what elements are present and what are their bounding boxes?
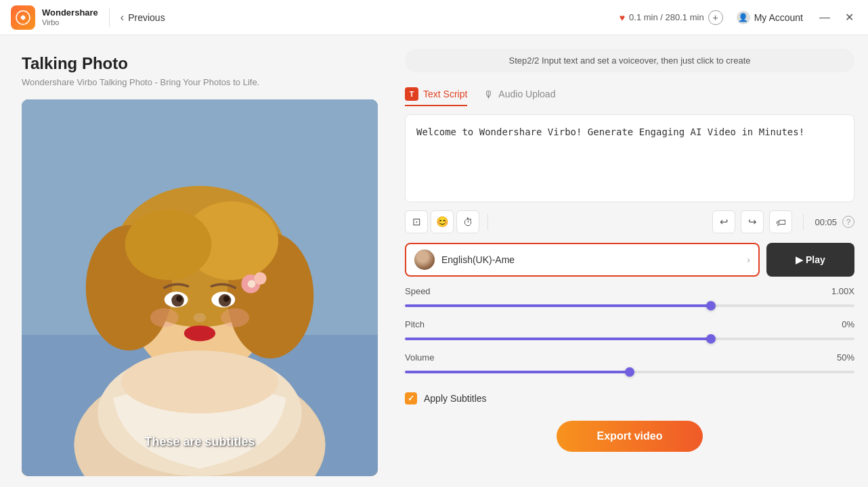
previous-label: Previous — [128, 12, 165, 23]
toolbar-separator — [487, 214, 488, 230]
speed-thumb[interactable] — [706, 301, 716, 310]
redo-button[interactable]: ↪ — [741, 210, 764, 233]
apply-subtitles-checkbox[interactable]: ✓ — [405, 392, 417, 404]
previous-button[interactable]: ‹ Previous — [121, 11, 165, 24]
apply-subtitles-label: Apply Subtitles — [424, 393, 487, 404]
titlebar-divider — [109, 8, 110, 27]
text-script-icon: T — [405, 87, 418, 101]
volume-slider[interactable] — [405, 367, 854, 377]
pitch-slider[interactable] — [405, 333, 854, 344]
svg-point-25 — [248, 280, 256, 288]
svg-point-22 — [221, 308, 249, 327]
tab-text-script-label: Text Script — [423, 89, 467, 99]
heart-icon: ♥ — [620, 12, 625, 23]
tab-audio-upload-label: Audio Upload — [498, 89, 555, 99]
svg-point-18 — [223, 296, 230, 302]
step-hint: Step2/2 Input text and set a voiceover, … — [405, 49, 854, 72]
chevron-left-icon: ‹ — [121, 11, 124, 24]
credits-text: 0.1 min / 280.1 min — [629, 12, 704, 22]
undo-button[interactable]: ↩ — [712, 210, 735, 233]
app-logo-icon — [11, 5, 35, 30]
help-icon[interactable]: ? — [842, 216, 854, 228]
speed-value: 1.00X — [831, 286, 854, 296]
page-title: Talking Photo — [22, 54, 378, 73]
brand-name: Wondershare — [42, 7, 98, 18]
tab-bar: T Text Script 🎙 Audio Upload — [405, 83, 854, 106]
speed-label: Speed — [405, 286, 431, 296]
apply-subtitles-row: ✓ Apply Subtitles — [405, 387, 854, 410]
checkmark-icon: ✓ — [408, 394, 414, 403]
chevron-right-icon: › — [747, 254, 750, 265]
pitch-slider-row: Pitch 0% — [405, 319, 854, 344]
svg-point-26 — [121, 350, 278, 413]
right-panel: Step2/2 Input text and set a voiceover, … — [399, 35, 868, 487]
pitch-value: 0% — [842, 319, 854, 329]
svg-point-19 — [194, 313, 207, 323]
voice-play-row: English(UK)-Ame › ▶ Play — [405, 243, 854, 277]
speed-slider[interactable] — [405, 300, 854, 311]
main-content: Talking Photo Wondershare Virbo Talking … — [0, 35, 868, 487]
pitch-header: Pitch 0% — [405, 319, 854, 329]
photo-background — [22, 99, 378, 476]
voice-avatar — [414, 250, 435, 270]
account-label: My Account — [754, 12, 803, 23]
svg-point-17 — [176, 296, 182, 302]
pitch-label: Pitch — [405, 319, 425, 329]
toolbar-separator-2 — [803, 214, 804, 230]
export-area: Export video — [405, 410, 854, 452]
volume-fill — [405, 371, 630, 373]
credits-area: ♥ 0.1 min / 280.1 min + — [620, 10, 723, 25]
account-icon: 👤 — [737, 11, 750, 24]
text-format-button[interactable]: ⊡ — [405, 210, 428, 233]
voice-avatar-image — [414, 250, 435, 270]
speed-slider-row: Speed 1.00X — [405, 286, 854, 311]
slider-section: Speed 1.00X Pitch 0% — [405, 286, 854, 377]
volume-label: Volume — [405, 352, 434, 363]
editor-toolbar: ⊡ 😊 ⏱ ↩ ↪ 🏷 00:05 ? — [405, 210, 854, 233]
tab-text-script[interactable]: T Text Script — [405, 83, 467, 106]
svg-point-24 — [254, 272, 267, 285]
speed-fill — [405, 304, 711, 307]
product-name: Virbo — [42, 18, 98, 27]
account-button[interactable]: 👤 My Account — [737, 11, 803, 24]
svg-point-21 — [150, 308, 179, 327]
clear-button[interactable]: 🏷 — [769, 210, 792, 233]
voice-name: English(UK)-Ame — [441, 254, 740, 265]
minimize-button[interactable]: — — [817, 9, 833, 26]
speed-header: Speed 1.00X — [405, 286, 854, 296]
close-button[interactable]: ✕ — [841, 9, 857, 26]
volume-value: 50% — [837, 352, 854, 363]
emoji-button[interactable]: 😊 — [431, 210, 454, 233]
microphone-icon: 🎙 — [483, 89, 494, 100]
voice-selector[interactable]: English(UK)-Ame › — [405, 243, 760, 277]
time-display: 00:05 — [815, 217, 837, 227]
add-credits-button[interactable]: + — [708, 10, 723, 25]
titlebar: Wondershare Virbo ‹ Previous ♥ 0.1 min /… — [0, 0, 868, 35]
photo-container: These are subtitles — [22, 99, 378, 476]
left-panel: Talking Photo Wondershare Virbo Talking … — [0, 35, 399, 487]
pitch-fill — [405, 338, 711, 340]
logo-area: Wondershare Virbo — [11, 5, 98, 30]
tab-audio-upload[interactable]: 🎙 Audio Upload — [483, 85, 555, 106]
svg-point-12 — [125, 209, 212, 279]
logo-text: Wondershare Virbo — [42, 7, 98, 27]
pitch-thumb[interactable] — [706, 334, 716, 344]
window-controls: — ✕ — [817, 9, 857, 26]
volume-thumb[interactable] — [625, 367, 634, 377]
volume-header: Volume 50% — [405, 352, 854, 363]
script-text-area[interactable]: Welcome to Wondershare Virbo! Generate E… — [405, 114, 854, 202]
export-video-button[interactable]: Export video — [557, 421, 703, 452]
page-subtitle: Wondershare Virbo Talking Photo - Bring … — [22, 77, 378, 87]
titlebar-right: ♥ 0.1 min / 280.1 min + 👤 My Account — ✕ — [620, 9, 857, 26]
timer-button[interactable]: ⏱ — [456, 210, 479, 233]
subtitle-overlay: These are subtitles — [144, 435, 255, 449]
volume-slider-row: Volume 50% — [405, 352, 854, 377]
play-button[interactable]: ▶ Play — [766, 243, 854, 277]
svg-point-1 — [21, 16, 25, 20]
portrait-image — [22, 99, 378, 476]
toolbar-right: ↩ ↪ 🏷 00:05 ? — [712, 210, 854, 233]
